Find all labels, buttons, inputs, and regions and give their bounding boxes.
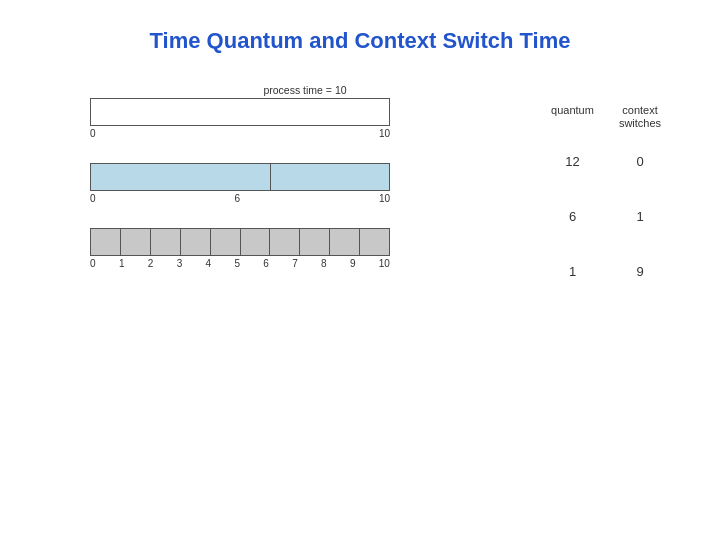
blue-bar: [90, 163, 390, 191]
tick-0-row2: 0: [90, 193, 96, 204]
page: Time Quantum and Context Switch Time pro…: [0, 0, 720, 540]
gray-seg-5: [210, 228, 240, 256]
gray-seg-9: [329, 228, 359, 256]
tick-row-2: 0 6 10: [90, 193, 390, 204]
tick-1-row3: 1: [119, 258, 125, 269]
tick-7-row3: 7: [292, 258, 298, 269]
tick-10-row3: 10: [379, 258, 390, 269]
td-context-3: 9: [605, 264, 675, 279]
table-row-2: 6 1: [540, 189, 690, 244]
page-title: Time Quantum and Context Switch Time: [0, 0, 720, 74]
gray-seg-6: [240, 228, 270, 256]
gray-bar-spacer: [90, 214, 520, 226]
table-row-1: 12 0: [540, 134, 690, 189]
tick-2-row3: 2: [148, 258, 154, 269]
blue-bar-divider: [270, 163, 271, 191]
gray-seg-3: [150, 228, 180, 256]
td-quantum-1: 12: [540, 154, 605, 169]
tick-6-row3: 6: [263, 258, 269, 269]
bar-row-1: process time = 10 0 10: [90, 84, 520, 139]
diagram-area: process time = 10 0 10 0 6 10: [0, 84, 720, 299]
table-header: quantum contextswitches: [540, 104, 690, 130]
blue-bar-container: [90, 163, 390, 191]
table-body: 12 0 6 1 1 9: [540, 134, 690, 299]
th-context-switches: contextswitches: [605, 104, 675, 130]
gray-seg-8: [299, 228, 329, 256]
tick-10-row1: 10: [379, 128, 390, 139]
gray-seg-2: [120, 228, 150, 256]
td-context-2: 1: [605, 209, 675, 224]
tick-0-row1: 0: [90, 128, 96, 139]
bars-section: process time = 10 0 10 0 6 10: [90, 84, 520, 299]
tick-4-row3: 4: [206, 258, 212, 269]
tick-0-row3: 0: [90, 258, 96, 269]
gray-seg-4: [180, 228, 210, 256]
td-quantum-3: 1: [540, 264, 605, 279]
gray-seg-7: [269, 228, 299, 256]
tick-row-3: 0 1 2 3 4 5 6 7 8 9 10: [90, 258, 390, 269]
td-quantum-2: 6: [540, 209, 605, 224]
td-context-1: 0: [605, 154, 675, 169]
gray-seg-10: [359, 228, 390, 256]
gray-bar-container: [90, 228, 390, 256]
tick-3-row3: 3: [177, 258, 183, 269]
white-bar: [90, 98, 390, 126]
process-label: process time = 10: [90, 84, 520, 96]
tick-row-1: 0 10: [90, 128, 390, 139]
blue-bar-spacer: [90, 149, 520, 161]
th-context-label: contextswitches: [619, 104, 661, 129]
tick-6-row2: 6: [234, 193, 240, 204]
tick-8-row3: 8: [321, 258, 327, 269]
tick-9-row3: 9: [350, 258, 356, 269]
gray-seg-1: [90, 228, 120, 256]
table-row-3: 1 9: [540, 244, 690, 299]
tick-5-row3: 5: [234, 258, 240, 269]
bar-row-3: 0 1 2 3 4 5 6 7 8 9 10: [90, 214, 520, 269]
table-section: quantum contextswitches 12 0 6 1 1 9: [540, 84, 690, 299]
tick-10-row2: 10: [379, 193, 390, 204]
th-quantum: quantum: [540, 104, 605, 130]
bar-row-2: 0 6 10: [90, 149, 520, 204]
th-quantum-label: quantum: [551, 104, 594, 116]
